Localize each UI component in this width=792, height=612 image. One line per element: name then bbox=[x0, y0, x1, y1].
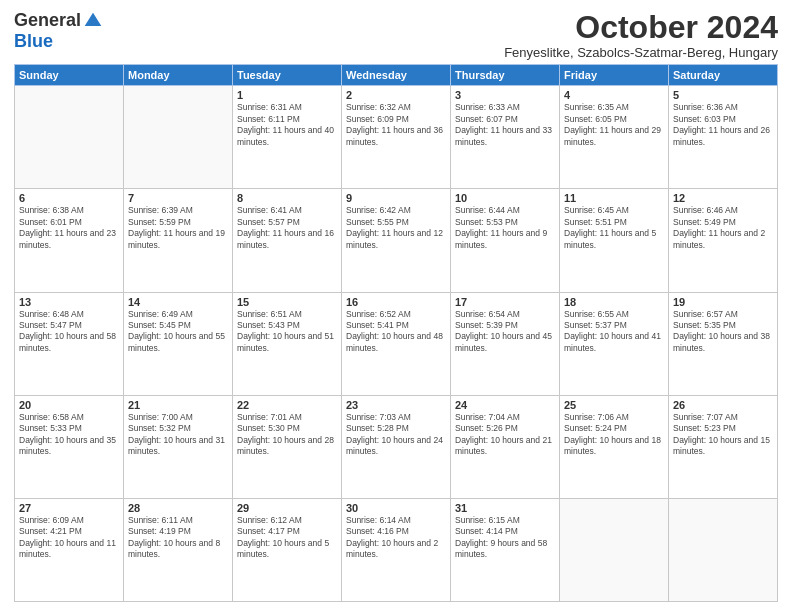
day-number: 12 bbox=[673, 192, 773, 204]
day-info: Sunrise: 6:42 AM Sunset: 5:55 PM Dayligh… bbox=[346, 205, 446, 251]
day-info: Sunrise: 7:04 AM Sunset: 5:26 PM Dayligh… bbox=[455, 412, 555, 458]
day-number: 2 bbox=[346, 89, 446, 101]
calendar-cell: 20Sunrise: 6:58 AM Sunset: 5:33 PM Dayli… bbox=[15, 395, 124, 498]
day-info: Sunrise: 6:52 AM Sunset: 5:41 PM Dayligh… bbox=[346, 309, 446, 355]
calendar-cell: 8Sunrise: 6:41 AM Sunset: 5:57 PM Daylig… bbox=[233, 189, 342, 292]
calendar-cell: 2Sunrise: 6:32 AM Sunset: 6:09 PM Daylig… bbox=[342, 86, 451, 189]
calendar-cell: 17Sunrise: 6:54 AM Sunset: 5:39 PM Dayli… bbox=[451, 292, 560, 395]
calendar-cell: 3Sunrise: 6:33 AM Sunset: 6:07 PM Daylig… bbox=[451, 86, 560, 189]
day-info: Sunrise: 6:14 AM Sunset: 4:16 PM Dayligh… bbox=[346, 515, 446, 561]
calendar-header-friday: Friday bbox=[560, 65, 669, 86]
day-number: 19 bbox=[673, 296, 773, 308]
day-info: Sunrise: 7:03 AM Sunset: 5:28 PM Dayligh… bbox=[346, 412, 446, 458]
logo-blue: Blue bbox=[14, 31, 53, 52]
day-info: Sunrise: 6:54 AM Sunset: 5:39 PM Dayligh… bbox=[455, 309, 555, 355]
calendar-cell: 7Sunrise: 6:39 AM Sunset: 5:59 PM Daylig… bbox=[124, 189, 233, 292]
day-info: Sunrise: 6:36 AM Sunset: 6:03 PM Dayligh… bbox=[673, 102, 773, 148]
day-info: Sunrise: 7:06 AM Sunset: 5:24 PM Dayligh… bbox=[564, 412, 664, 458]
calendar-cell: 4Sunrise: 6:35 AM Sunset: 6:05 PM Daylig… bbox=[560, 86, 669, 189]
calendar-header-saturday: Saturday bbox=[669, 65, 778, 86]
day-info: Sunrise: 6:39 AM Sunset: 5:59 PM Dayligh… bbox=[128, 205, 228, 251]
day-number: 15 bbox=[237, 296, 337, 308]
day-info: Sunrise: 6:11 AM Sunset: 4:19 PM Dayligh… bbox=[128, 515, 228, 561]
day-info: Sunrise: 7:00 AM Sunset: 5:32 PM Dayligh… bbox=[128, 412, 228, 458]
calendar-cell: 12Sunrise: 6:46 AM Sunset: 5:49 PM Dayli… bbox=[669, 189, 778, 292]
calendar-cell: 13Sunrise: 6:48 AM Sunset: 5:47 PM Dayli… bbox=[15, 292, 124, 395]
day-info: Sunrise: 7:01 AM Sunset: 5:30 PM Dayligh… bbox=[237, 412, 337, 458]
calendar-cell: 28Sunrise: 6:11 AM Sunset: 4:19 PM Dayli… bbox=[124, 498, 233, 601]
day-info: Sunrise: 6:45 AM Sunset: 5:51 PM Dayligh… bbox=[564, 205, 664, 251]
day-info: Sunrise: 6:58 AM Sunset: 5:33 PM Dayligh… bbox=[19, 412, 119, 458]
calendar-cell: 29Sunrise: 6:12 AM Sunset: 4:17 PM Dayli… bbox=[233, 498, 342, 601]
calendar-week-row: 13Sunrise: 6:48 AM Sunset: 5:47 PM Dayli… bbox=[15, 292, 778, 395]
day-number: 22 bbox=[237, 399, 337, 411]
calendar-cell: 16Sunrise: 6:52 AM Sunset: 5:41 PM Dayli… bbox=[342, 292, 451, 395]
day-number: 29 bbox=[237, 502, 337, 514]
calendar-cell: 24Sunrise: 7:04 AM Sunset: 5:26 PM Dayli… bbox=[451, 395, 560, 498]
calendar-cell: 21Sunrise: 7:00 AM Sunset: 5:32 PM Dayli… bbox=[124, 395, 233, 498]
day-info: Sunrise: 6:51 AM Sunset: 5:43 PM Dayligh… bbox=[237, 309, 337, 355]
calendar-cell: 23Sunrise: 7:03 AM Sunset: 5:28 PM Dayli… bbox=[342, 395, 451, 498]
calendar-cell: 25Sunrise: 7:06 AM Sunset: 5:24 PM Dayli… bbox=[560, 395, 669, 498]
calendar-cell: 6Sunrise: 6:38 AM Sunset: 6:01 PM Daylig… bbox=[15, 189, 124, 292]
calendar-cell: 15Sunrise: 6:51 AM Sunset: 5:43 PM Dayli… bbox=[233, 292, 342, 395]
day-number: 18 bbox=[564, 296, 664, 308]
calendar-cell: 1Sunrise: 6:31 AM Sunset: 6:11 PM Daylig… bbox=[233, 86, 342, 189]
calendar-cell: 10Sunrise: 6:44 AM Sunset: 5:53 PM Dayli… bbox=[451, 189, 560, 292]
day-info: Sunrise: 6:55 AM Sunset: 5:37 PM Dayligh… bbox=[564, 309, 664, 355]
day-number: 31 bbox=[455, 502, 555, 514]
calendar-cell: 11Sunrise: 6:45 AM Sunset: 5:51 PM Dayli… bbox=[560, 189, 669, 292]
day-number: 27 bbox=[19, 502, 119, 514]
day-number: 8 bbox=[237, 192, 337, 204]
calendar-header-monday: Monday bbox=[124, 65, 233, 86]
day-number: 21 bbox=[128, 399, 228, 411]
calendar-cell: 19Sunrise: 6:57 AM Sunset: 5:35 PM Dayli… bbox=[669, 292, 778, 395]
day-number: 3 bbox=[455, 89, 555, 101]
day-info: Sunrise: 6:57 AM Sunset: 5:35 PM Dayligh… bbox=[673, 309, 773, 355]
calendar-cell: 30Sunrise: 6:14 AM Sunset: 4:16 PM Dayli… bbox=[342, 498, 451, 601]
day-number: 7 bbox=[128, 192, 228, 204]
calendar-table: SundayMondayTuesdayWednesdayThursdayFrid… bbox=[14, 64, 778, 602]
day-info: Sunrise: 6:32 AM Sunset: 6:09 PM Dayligh… bbox=[346, 102, 446, 148]
calendar-cell bbox=[560, 498, 669, 601]
day-info: Sunrise: 6:38 AM Sunset: 6:01 PM Dayligh… bbox=[19, 205, 119, 251]
calendar-cell: 14Sunrise: 6:49 AM Sunset: 5:45 PM Dayli… bbox=[124, 292, 233, 395]
day-number: 17 bbox=[455, 296, 555, 308]
day-info: Sunrise: 6:15 AM Sunset: 4:14 PM Dayligh… bbox=[455, 515, 555, 561]
day-number: 9 bbox=[346, 192, 446, 204]
day-number: 4 bbox=[564, 89, 664, 101]
calendar-cell bbox=[669, 498, 778, 601]
day-info: Sunrise: 6:31 AM Sunset: 6:11 PM Dayligh… bbox=[237, 102, 337, 148]
day-info: Sunrise: 6:35 AM Sunset: 6:05 PM Dayligh… bbox=[564, 102, 664, 148]
calendar-header-row: SundayMondayTuesdayWednesdayThursdayFrid… bbox=[15, 65, 778, 86]
day-number: 24 bbox=[455, 399, 555, 411]
page: General Blue October 2024 Fenyeslitke, S… bbox=[0, 0, 792, 612]
day-number: 11 bbox=[564, 192, 664, 204]
day-number: 16 bbox=[346, 296, 446, 308]
day-info: Sunrise: 6:41 AM Sunset: 5:57 PM Dayligh… bbox=[237, 205, 337, 251]
day-info: Sunrise: 6:44 AM Sunset: 5:53 PM Dayligh… bbox=[455, 205, 555, 251]
day-info: Sunrise: 6:33 AM Sunset: 6:07 PM Dayligh… bbox=[455, 102, 555, 148]
logo: General Blue bbox=[14, 10, 103, 52]
calendar-cell: 31Sunrise: 6:15 AM Sunset: 4:14 PM Dayli… bbox=[451, 498, 560, 601]
title-block: October 2024 Fenyeslitke, Szabolcs-Szatm… bbox=[504, 10, 778, 60]
calendar-header-sunday: Sunday bbox=[15, 65, 124, 86]
day-number: 23 bbox=[346, 399, 446, 411]
svg-marker-0 bbox=[85, 12, 102, 25]
calendar-cell bbox=[124, 86, 233, 189]
calendar-cell: 26Sunrise: 7:07 AM Sunset: 5:23 PM Dayli… bbox=[669, 395, 778, 498]
calendar-cell: 5Sunrise: 6:36 AM Sunset: 6:03 PM Daylig… bbox=[669, 86, 778, 189]
calendar-week-row: 20Sunrise: 6:58 AM Sunset: 5:33 PM Dayli… bbox=[15, 395, 778, 498]
calendar-cell: 22Sunrise: 7:01 AM Sunset: 5:30 PM Dayli… bbox=[233, 395, 342, 498]
day-number: 25 bbox=[564, 399, 664, 411]
day-number: 6 bbox=[19, 192, 119, 204]
header: General Blue October 2024 Fenyeslitke, S… bbox=[14, 10, 778, 60]
day-info: Sunrise: 7:07 AM Sunset: 5:23 PM Dayligh… bbox=[673, 412, 773, 458]
day-number: 26 bbox=[673, 399, 773, 411]
day-info: Sunrise: 6:12 AM Sunset: 4:17 PM Dayligh… bbox=[237, 515, 337, 561]
calendar-week-row: 1Sunrise: 6:31 AM Sunset: 6:11 PM Daylig… bbox=[15, 86, 778, 189]
day-number: 30 bbox=[346, 502, 446, 514]
logo-general: General bbox=[14, 10, 81, 31]
day-number: 28 bbox=[128, 502, 228, 514]
day-number: 14 bbox=[128, 296, 228, 308]
